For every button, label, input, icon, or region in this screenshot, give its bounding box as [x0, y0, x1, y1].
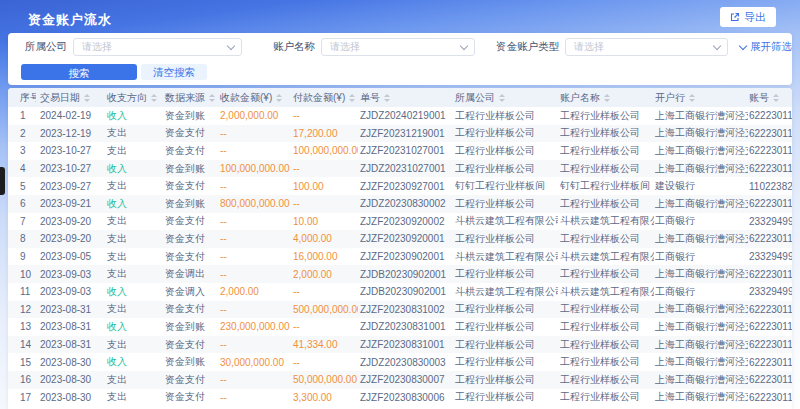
cell-order_no: ZJZF20231219001: [358, 125, 454, 143]
cell-date: 2023-10-27: [36, 160, 102, 178]
cell-source: 资金到账: [164, 107, 218, 125]
sort-icon[interactable]: [773, 94, 779, 102]
cell-company: 工程行业样板公司: [454, 318, 558, 336]
cell-payment: 100.00: [291, 177, 358, 195]
column-header-account_name[interactable]: 账户名称: [558, 88, 654, 107]
cell-income: --: [218, 265, 291, 283]
search-button[interactable]: 搜索: [21, 64, 137, 80]
column-header-company[interactable]: 所属公司: [454, 88, 558, 107]
cell-bank: 上海工商银行漕河泾支行: [654, 318, 748, 336]
cell-order_no: ZJDB20230902001: [358, 283, 454, 301]
cell-source: 资金调入: [164, 283, 218, 301]
cell-income: --: [218, 230, 291, 248]
cell-account_name: 工程行业样板公司: [558, 318, 654, 336]
cell-direction: 支出: [102, 230, 164, 248]
cell-direction: 支出: [102, 389, 164, 407]
table-row: 12024-02-19收入资金到账2,000,000.00--ZJDZ20240…: [8, 107, 792, 125]
table-row: 132023-08-31收入资金到账230,000,000.00--ZJDZ20…: [8, 318, 792, 336]
cell-account_name: 工程行业样板公司: [558, 160, 654, 178]
table-row: 52023-09-27支出资金支付--100.00ZJZF20230927001…: [8, 177, 792, 195]
cell-income: --: [218, 177, 291, 195]
account-name-select[interactable]: 请选择: [321, 38, 475, 56]
column-header-payment[interactable]: 付款金额(¥): [291, 88, 358, 107]
cell-payment: 10.00: [291, 213, 358, 231]
column-label: 收支方向: [107, 92, 147, 103]
sort-icon[interactable]: [499, 94, 505, 102]
column-label: 序号: [20, 92, 36, 103]
table-row: 122023-08-31支出资金支付--500,000,000.00ZJZF20…: [8, 301, 792, 319]
cell-order_no: ZJZF20230831001: [358, 336, 454, 354]
cell-payment: 41,334.00: [291, 336, 358, 354]
company-select[interactable]: 请选择: [73, 38, 242, 56]
cell-date: 2023-09-05: [36, 248, 102, 266]
cell-order_no: ZJDZ20230830002: [358, 195, 454, 213]
cell-date: 2023-08-31: [36, 301, 102, 319]
cell-direction: 支出: [102, 336, 164, 354]
cell-account_name: 工程行业样板公司: [558, 301, 654, 319]
sort-icon[interactable]: [384, 94, 390, 102]
cell-account_name: 工程行业样板公司: [558, 230, 654, 248]
cell-seq: 6: [8, 195, 36, 213]
column-header-order_no[interactable]: 单号: [358, 88, 454, 107]
cell-seq: 2: [8, 125, 36, 143]
flow-table-card: 序号交易日期收支方向数据来源收款金额(¥)付款金额(¥)单号所属公司账户名称开户…: [8, 88, 792, 409]
cell-payment: --: [291, 353, 358, 371]
cell-payment: 2,000.00: [291, 265, 358, 283]
cell-income: --: [218, 371, 291, 389]
cell-company: 工程行业样板公司: [454, 336, 558, 354]
cell-bank: 上海工商银行漕河泾支行: [654, 336, 748, 354]
cell-direction: 支出: [102, 301, 164, 319]
cell-source: 资金支付: [164, 301, 218, 319]
sort-icon[interactable]: [151, 94, 157, 102]
column-header-date[interactable]: 交易日期: [36, 88, 102, 107]
cell-seq: 9: [8, 248, 36, 266]
expand-filters-link[interactable]: 展开筛选: [740, 40, 792, 54]
cell-seq: 4: [8, 160, 36, 178]
cell-bank: 建设银行: [654, 177, 748, 195]
column-label: 付款金额(¥): [293, 92, 345, 103]
account-type-select[interactable]: 请选择: [565, 38, 728, 56]
column-header-account_no[interactable]: 账号: [748, 88, 792, 107]
cell-seq: 13: [8, 318, 36, 336]
table-row: 92023-09-05支出资金支付--16,000.00ZJZF20230902…: [8, 248, 792, 266]
column-header-income[interactable]: 收款金额(¥): [218, 88, 291, 107]
cell-account_name: 工程行业样板公司: [558, 389, 654, 407]
cell-account_no: 233294995: [748, 213, 792, 231]
cell-seq: 1: [8, 107, 36, 125]
company-filter-label: 所属公司: [8, 40, 73, 54]
table-body: 12024-02-19收入资金到账2,000,000.00--ZJDZ20240…: [8, 107, 792, 406]
cell-direction: 收入: [102, 195, 164, 213]
column-header-bank[interactable]: 开户行: [654, 88, 748, 107]
cell-date: 2023-08-30: [36, 389, 102, 407]
column-label: 单号: [360, 92, 380, 103]
cell-seq: 17: [8, 389, 36, 407]
cell-direction: 支出: [102, 265, 164, 283]
cell-date: 2023-09-20: [36, 213, 102, 231]
cell-account_name: 工程行业样板公司: [558, 195, 654, 213]
cell-account_name: 工程行业样板公司: [558, 353, 654, 371]
cell-company: 钉钉工程行业样板间: [454, 177, 558, 195]
sort-icon[interactable]: [209, 94, 215, 102]
cell-payment: --: [291, 107, 358, 125]
sort-icon[interactable]: [689, 94, 695, 102]
cell-account_no: 622230111: [748, 389, 792, 407]
cell-source: 资金到账: [164, 160, 218, 178]
cell-company: 斗栱云建筑工程有限公司: [454, 283, 558, 301]
cell-date: 2023-09-03: [36, 283, 102, 301]
sort-icon[interactable]: [349, 94, 355, 102]
page-title: 资金账户流水: [28, 11, 112, 29]
sort-icon[interactable]: [604, 94, 610, 102]
cell-date: 2023-10-27: [36, 142, 102, 160]
sort-icon[interactable]: [84, 94, 90, 102]
sort-icon[interactable]: [276, 94, 282, 102]
column-header-direction[interactable]: 收支方向: [102, 88, 164, 107]
column-header-source[interactable]: 数据来源: [164, 88, 218, 107]
cell-order_no: ZJZF20231027001: [358, 142, 454, 160]
export-button[interactable]: 导出: [720, 7, 776, 27]
cell-bank: 上海工商银行漕河泾支行: [654, 107, 748, 125]
cell-account_name: 工程行业样板公司: [558, 107, 654, 125]
cell-income: --: [218, 389, 291, 407]
chevron-down-icon: [713, 42, 721, 50]
left-edge-handle[interactable]: [0, 167, 5, 195]
clear-search-button[interactable]: 清空搜索: [141, 64, 207, 80]
